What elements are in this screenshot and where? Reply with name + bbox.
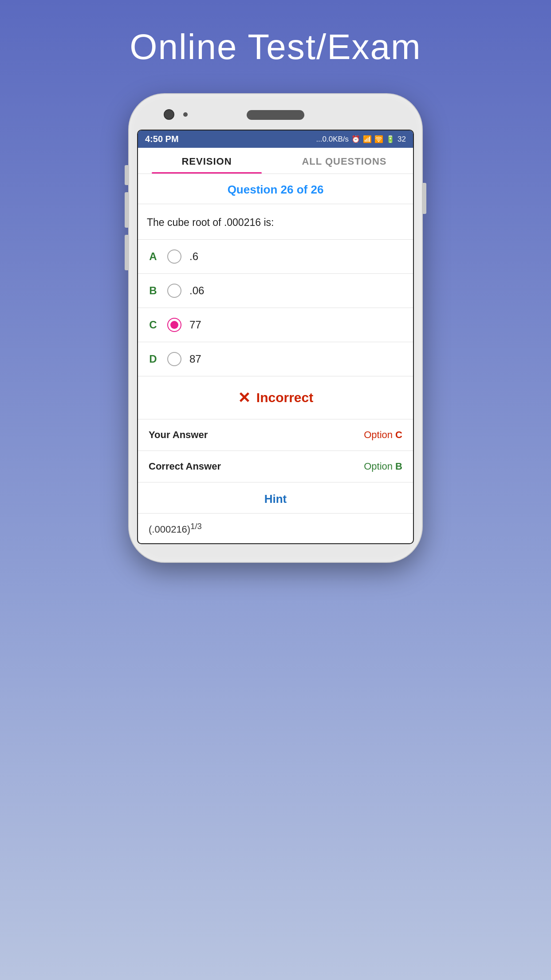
question-text: The cube root of .000216 is: [138,204,413,240]
option-a-radio[interactable] [167,249,181,264]
option-d-radio[interactable] [167,352,181,366]
battery-level: 32 [398,135,406,144]
volume-down-button [125,235,129,270]
phone-side-left [125,165,129,270]
tab-all-questions[interactable]: ALL QUESTIONS [276,148,413,174]
data-speed: ...0.0KB/s [316,135,349,144]
status-time: 4:50 PM [145,134,179,144]
volume-up-button [125,192,129,228]
sensor-dot [183,112,188,117]
option-b-radio[interactable] [167,284,181,298]
your-answer-letter: C [395,429,402,440]
option-c-text: 77 [189,319,201,331]
option-c[interactable]: C 77 [138,308,413,342]
hint-area[interactable]: Hint [138,482,413,514]
your-answer-value: Option C [364,429,402,441]
option-d-letter: D [147,353,159,365]
tab-revision[interactable]: REVISION [138,148,276,174]
phone-screen: 4:50 PM ...0.0KB/s ⏰ 📶 🛜 🔋 32 REVISION A… [137,130,414,544]
question-header: Question 26 of 26 [138,174,413,204]
hint-label[interactable]: Hint [264,492,287,506]
option-a-letter: A [147,250,159,263]
your-answer-label: Your Answer [149,429,208,441]
front-camera [164,109,174,120]
option-b-letter: B [147,285,159,297]
phone-speaker [247,110,304,120]
status-icons: ...0.0KB/s ⏰ 📶 🛜 🔋 32 [316,135,406,144]
result-text: Incorrect [256,390,313,405]
wifi-icon: 🛜 [374,135,383,143]
status-bar: 4:50 PM ...0.0KB/s ⏰ 📶 🛜 🔋 32 [138,130,413,148]
option-c-radio[interactable] [167,318,181,332]
battery-icon: 🔋 [386,135,395,143]
correct-answer-row: Correct Answer Option B [138,451,413,482]
option-b-text: .06 [189,285,204,297]
phone-shell: 4:50 PM ...0.0KB/s ⏰ 📶 🛜 🔋 32 REVISION A… [129,94,422,562]
your-answer-row: Your Answer Option C [138,419,413,451]
power-button [422,183,426,214]
volume-silent-button [125,165,129,185]
option-d-text: 87 [189,353,201,365]
options-list: A .6 B .06 C 77 D 87 [138,240,413,376]
correct-answer-label: Correct Answer [149,461,221,472]
tab-bar: REVISION ALL QUESTIONS [138,148,413,174]
option-a[interactable]: A .6 [138,240,413,274]
result-area: ✕ Incorrect [138,376,413,419]
alarm-icon: ⏰ [351,135,360,143]
correct-answer-value: Option B [364,461,402,472]
phone-side-right [422,183,426,214]
question-number: Question 26 of 26 [228,183,324,196]
phone-top [137,102,414,124]
option-d[interactable]: D 87 [138,342,413,376]
option-a-text: .6 [189,250,198,263]
option-c-letter: C [147,319,159,331]
hint-content: (.000216)1/3 [138,514,413,543]
result-icon: ✕ [238,389,250,407]
signal-icon: 📶 [363,135,372,143]
correct-answer-letter: B [395,461,402,472]
option-b[interactable]: B .06 [138,274,413,308]
page-title: Online Test/Exam [130,27,421,67]
camera-row [164,109,188,120]
